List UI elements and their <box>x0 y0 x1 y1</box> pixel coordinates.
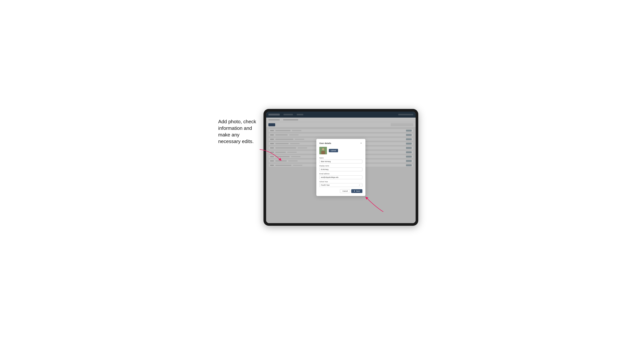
annotation-left-line3: make any <box>218 132 240 138</box>
modal-overlay: User details × <box>266 112 416 223</box>
annotation-left-line4: necessary edits. <box>218 139 254 144</box>
modal-header: User details × <box>319 142 362 145</box>
school-year-wrapper: × ⌃ <box>319 183 362 187</box>
display-name-field-group: Display name <box>319 165 362 171</box>
school-year-field-group: School Year × ⌃ <box>319 181 362 187</box>
name-field-group: Name <box>319 157 362 163</box>
save-icon: ⬆ <box>354 190 355 192</box>
modal-footer: Cancel ⬆ Save <box>319 189 362 193</box>
tablet-screen: › <box>266 112 416 223</box>
photo-thumbnail <box>319 147 327 154</box>
arrow-right <box>364 196 385 213</box>
save-label: Save <box>356 190 360 192</box>
photo-row: Upload <box>319 147 362 154</box>
school-year-icons: × ⌃ <box>359 184 362 186</box>
upload-button[interactable]: Upload <box>329 149 338 152</box>
tablet-device: › <box>264 109 418 226</box>
modal-title: User details <box>319 142 331 144</box>
email-label: Email address <box>319 173 362 175</box>
svg-point-1 <box>322 148 324 150</box>
school-year-caret-icon[interactable]: ⌃ <box>360 184 362 186</box>
photo-image <box>319 147 327 154</box>
cancel-button[interactable]: Cancel <box>340 189 350 193</box>
arrow-left <box>259 149 282 164</box>
save-button[interactable]: ⬆ Save <box>351 189 362 193</box>
annotation-left-line2: information and <box>218 125 252 131</box>
display-name-input[interactable] <box>319 168 362 171</box>
annotation-left: Add photo, check information and make an… <box>218 118 262 145</box>
user-details-modal: User details × <box>316 139 366 196</box>
school-year-label: School Year <box>319 181 362 183</box>
school-year-input[interactable] <box>319 183 362 187</box>
svg-rect-3 <box>321 151 325 154</box>
school-year-clear-icon[interactable]: × <box>359 184 360 186</box>
email-field-group: Email address <box>319 173 362 179</box>
email-input[interactable] <box>319 175 362 179</box>
close-button[interactable]: × <box>360 142 362 145</box>
name-label: Name <box>319 157 362 159</box>
annotation-left-line1: Add photo, check <box>218 119 256 124</box>
scene: Add photo, check information and make an… <box>218 103 426 243</box>
name-input[interactable] <box>319 160 362 163</box>
display-name-label: Display name <box>319 165 362 167</box>
